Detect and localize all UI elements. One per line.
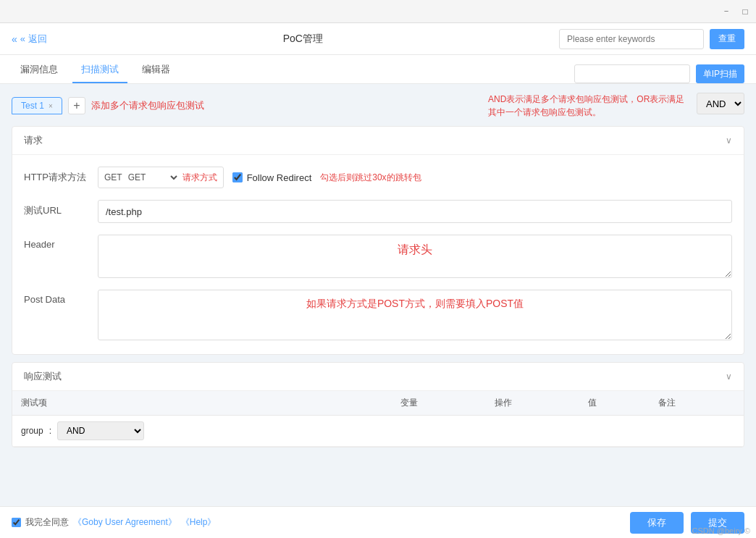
post-data-row: Post Data 如果请求方式是POST方式，则需要填入POST值 [24,290,732,342]
annotation-right-text: AND表示满足多个请求包响应包测试，OR表示满足其中一个请求包响应包测试。 [488,93,691,119]
agreement-area: 我完全同意 《Goby User Agreement》 《Help》 [12,516,630,529]
tab-leak-info[interactable]: 漏洞信息 [12,57,67,83]
variable-cell [392,416,486,447]
url-input[interactable] [98,200,732,223]
col-variable: 变量 [392,391,486,416]
add-test-tab-button[interactable]: + [68,97,85,114]
tab-right-area: 单IP扫描 [574,64,744,83]
header-search-area: 查重 [559,29,744,49]
watermark: CSDN @beiry © [692,526,750,535]
titlebar: － □ [0,0,756,23]
request-section-body: HTTP请求方法 GET GET POST PUT DELETE HEAD OP… [12,155,744,354]
page-title: PoC管理 [59,33,547,46]
url-row: 测试URL [24,200,732,223]
follow-redirect-checkbox[interactable] [232,172,243,182]
back-button[interactable]: « « 返回 [12,33,47,46]
header: « « 返回 PoC管理 查重 [0,23,756,55]
url-label: 测试URL [24,200,89,217]
minimize-button[interactable]: － [721,7,731,17]
post-data-control: 如果请求方式是POST方式，则需要填入POST值 [98,290,732,342]
http-method-row: HTTP请求方法 GET GET POST PUT DELETE HEAD OP… [24,167,732,188]
header-textarea[interactable]: 请求头 [98,235,732,278]
url-control [98,200,732,223]
value-cell [579,416,650,447]
response-section-header[interactable]: 响应测试 ∨ [12,363,744,391]
annotation-left: 添加多个请求包响应包测试 [91,99,482,112]
method-hint-text: 请求方式 [182,172,217,184]
col-remark: 备注 [650,391,744,416]
agreement-checkbox[interactable] [12,518,21,527]
help-link[interactable]: 《Help》 [181,516,217,529]
group-select[interactable]: AND OR [57,421,144,440]
post-data-label: Post Data [24,290,89,305]
method-selected-text: GET [104,172,122,182]
post-data-textarea[interactable]: 如果请求方式是POST方式，则需要填入POST值 [98,290,732,340]
maximize-button[interactable]: □ [740,7,750,17]
group-cell: group : AND OR [12,416,392,447]
annotation-right-area: AND表示满足多个请求包响应包测试，OR表示满足其中一个请求包响应包测试。 AN… [488,93,744,119]
follow-redirect-label[interactable]: Follow Redirect [232,172,312,183]
save-button[interactable]: 保存 [630,512,684,534]
response-table-header-row: 测试项 变量 操作 值 备注 [12,391,744,416]
agree-label: 我完全同意 [25,516,69,529]
group-row: group : AND OR [21,421,383,440]
col-value: 值 [579,391,650,416]
header-row: Header 请求头 [24,235,732,278]
method-select-wrapper[interactable]: GET GET POST PUT DELETE HEAD OPTIONS 请求方… [98,167,224,188]
main-content: Test 1 × + 添加多个请求包响应包测试 AND表示满足多个请求包响应包测… [0,84,756,506]
follow-redirect-text: Follow Redirect [247,172,312,183]
group-colon: : [49,426,51,436]
and-or-select[interactable]: AND OR [697,93,744,114]
operation-cell [486,416,580,447]
http-method-label: HTTP请求方法 [24,167,89,184]
and-or-select-area: AND OR [697,93,744,114]
request-section: 请求 ∨ HTTP请求方法 GET GET POST PUT DELE [12,126,744,355]
response-table: 测试项 变量 操作 值 备注 group : [12,391,744,447]
col-test-item: 测试项 [12,391,392,416]
single-ip-input[interactable] [574,64,690,83]
response-section-title: 响应测试 [24,370,62,383]
header-label: Header [24,235,89,250]
http-method-control: GET GET POST PUT DELETE HEAD OPTIONS 请求方… [98,167,732,188]
col-operation: 操作 [486,391,580,416]
request-section-title: 请求 [24,134,43,147]
footer: 我完全同意 《Goby User Agreement》 《Help》 保存 提交 [0,506,756,538]
agreement-link[interactable]: 《Goby User Agreement》 [73,516,177,529]
tab-scan-test[interactable]: 扫描测试 [72,57,127,83]
method-select[interactable]: GET POST PUT DELETE HEAD OPTIONS [125,172,180,183]
tab-editor[interactable]: 编辑器 [133,57,179,83]
remark-cell [650,416,744,447]
table-row: group : AND OR [12,416,744,447]
test-tab-label: Test 1 [21,101,44,111]
response-table-wrapper: 测试项 变量 操作 值 备注 group : [12,391,744,447]
main-tabs: 漏洞信息 扫描测试 编辑器 单IP扫描 [0,55,756,84]
back-label: « 返回 [20,33,47,46]
test-tabs-row: Test 1 × + 添加多个请求包响应包测试 AND表示满足多个请求包响应包测… [12,93,744,119]
check-dup-button[interactable]: 查重 [710,29,744,49]
redirect-hint-text: 勾选后则跳过30x的跳转包 [320,172,421,184]
single-ip-button[interactable]: 单IP扫描 [696,64,744,83]
request-chevron-icon: ∨ [726,135,732,146]
search-input[interactable] [559,29,704,49]
test-tab-close-icon[interactable]: × [49,102,53,110]
back-icon: « [12,33,17,45]
group-label: group [21,426,43,436]
request-section-header[interactable]: 请求 ∨ [12,127,744,155]
response-chevron-icon: ∨ [726,371,732,382]
test-tab-1[interactable]: Test 1 × [12,97,62,114]
header-control: 请求头 [98,235,732,278]
response-section: 响应测试 ∨ 测试项 变量 操作 值 备注 [12,362,744,447]
